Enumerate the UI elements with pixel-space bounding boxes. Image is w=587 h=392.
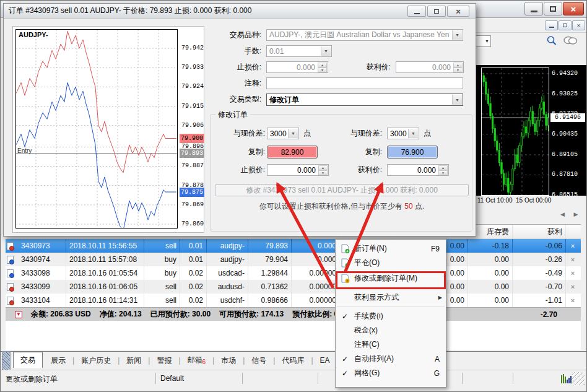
trade-type-value: 修改订单 <box>269 95 299 105</box>
menu-item-comments[interactable]: 注释(C) <box>336 338 446 352</box>
menu-item-taxes[interactable]: 税金(x) <box>336 323 446 338</box>
panel-gripper[interactable] <box>2 351 11 372</box>
main-maximize-button[interactable] <box>544 2 562 15</box>
equity-value: 净值: 204.13 <box>100 309 142 320</box>
tab-account-history[interactable]: 账户历史 <box>74 355 118 366</box>
sl-diff-combobox[interactable]: 3000 ▼ <box>267 128 299 139</box>
close-order-icon[interactable]: × <box>566 239 580 253</box>
modify-sl-field[interactable]: 0.000 ▲▼ <box>267 164 329 176</box>
order-commission: 0.00 <box>446 266 468 280</box>
main-minimize-button[interactable] <box>524 2 543 15</box>
volume-label: 手数: <box>212 45 261 57</box>
tab-signals[interactable]: 信号 <box>245 355 273 366</box>
tab-news[interactable]: 新闻 <box>120 355 148 366</box>
candlestick-series <box>482 68 549 195</box>
volume-combobox[interactable]: 0.01 ▼ <box>266 45 332 57</box>
spinner-buttons[interactable]: ▲▼ <box>453 63 463 72</box>
copy-buy-price-button[interactable]: 76.900 <box>387 146 438 159</box>
sell-order-icon <box>7 283 14 291</box>
close-order-icon[interactable]: × <box>566 280 580 294</box>
spinner-buttons[interactable]: ▲▼ <box>318 165 328 175</box>
sl-diff-value: 3000 <box>270 129 287 138</box>
tab-market[interactable]: 市场 <box>214 355 243 366</box>
order-type: buy <box>144 253 180 266</box>
table-row[interactable]: 3433104 2018.10.16 01:14:31 sell 0.02 us… <box>6 294 581 307</box>
order-time: 2018.10.11 15:57:08 <box>66 253 144 266</box>
chart-scroll-arrows[interactable]: ◀ ▶ <box>560 211 581 217</box>
status-divider <box>155 373 156 384</box>
symbol-label: 交易品种: <box>212 29 261 41</box>
menu-item-profit-display[interactable]: 获利显示方式 ▶ <box>336 290 446 305</box>
tab-trade[interactable]: 交易 <box>13 352 43 368</box>
tp-diff-combobox[interactable]: 3000 ▼ <box>387 128 419 139</box>
checkmark-icon: ✓ <box>342 312 348 321</box>
spinner-buttons[interactable]: ▲▼ <box>318 63 327 72</box>
menu-item-close-position[interactable]: 平仓(O) <box>336 256 446 270</box>
chart-minimize-button[interactable] <box>545 20 558 30</box>
current-price-badge: 6.91496 <box>550 113 585 122</box>
price-tick: 79.924 <box>181 83 204 90</box>
close-order-icon[interactable]: × <box>566 253 580 266</box>
modify-tp-field[interactable]: 0.000 ▲▼ <box>387 164 449 176</box>
modify-sl-value: 0.000 <box>297 166 316 175</box>
new-order-icon <box>336 244 354 253</box>
total-profit-value: -2.70 <box>541 310 557 319</box>
spin-down-icon: ▼ <box>318 170 328 175</box>
take-profit-field[interactable]: 0.000 ▲▼ <box>396 61 464 73</box>
table-row[interactable]: 3430974 2018.10.11 15:57:08 buy 0.01 aud… <box>6 253 581 266</box>
symbol-combobox[interactable]: AUDJPY-, 澳元日圆 Australian Dollar vs Japan… <box>266 29 463 41</box>
tab-mailbox[interactable]: 邮箱6 <box>181 355 213 365</box>
menu-item-label: 网格(G) <box>354 368 446 378</box>
chat-tool-button[interactable] <box>563 34 578 47</box>
dialog-minimize-button[interactable] <box>407 6 426 17</box>
trade-type-combobox[interactable]: 修改订单 ▼ <box>266 94 463 106</box>
tab-alerts[interactable]: 警报 <box>150 355 178 366</box>
chevron-down-icon: ▼ <box>485 39 489 43</box>
dialog-titlebar[interactable]: 订单 #3430973 sell 0.01 AUDJPY- 于价格: 79.89… <box>4 4 476 19</box>
menu-shortcut: G <box>434 369 440 378</box>
background-candle-chart: 6.943206.930256.917306.904356.891056.878… <box>469 65 586 196</box>
orders-table: 库存费 获利 3430973 2018.10.11 15:56:55 sell … <box>6 224 581 350</box>
menu-item-grid[interactable]: ✓ 网格(G) G <box>336 366 446 380</box>
chart-restore-button[interactable] <box>559 20 572 30</box>
table-row[interactable]: 3433099 2018.10.16 01:06:05 sell 0.02 au… <box>6 280 581 294</box>
menu-item-new-order[interactable]: 新订单(N) F9 <box>336 242 446 256</box>
menu-item-commissions[interactable]: ✓ 手续费(i) <box>336 309 446 323</box>
main-close-button[interactable]: × <box>563 2 584 15</box>
menu-item-label: 平仓(O) <box>354 258 446 268</box>
close-order-icon[interactable]: × <box>566 294 580 307</box>
zoom-tool-button[interactable] <box>544 34 559 47</box>
annotation-highlight-box <box>336 271 446 289</box>
table-row[interactable]: 3430973 2018.10.11 15:56:55 sell 0.01 au… <box>6 239 581 253</box>
take-profit-label: 获利价: <box>341 61 391 73</box>
stop-loss-field[interactable]: 0.000 ▲▼ <box>266 61 328 73</box>
resize-grip[interactable] <box>572 372 585 385</box>
checkmark-icon: ✓ <box>342 355 348 364</box>
free-margin-value: 可用预付款: 174.13 <box>219 309 284 320</box>
balance-row: ▼ 余额: 206.83 USD 净值: 204.13 已用预付款: 30.00… <box>6 307 581 321</box>
tab-code-base[interactable]: 代码库 <box>275 355 311 366</box>
chart-close-button[interactable]: × <box>572 20 585 30</box>
entry-line-label: Entry <box>17 147 32 154</box>
comment-input[interactable] <box>266 77 463 89</box>
dialog-close-button[interactable]: × <box>447 6 469 17</box>
copy-sell-price-button[interactable]: 82.900 <box>267 146 318 159</box>
close-order-icon[interactable]: × <box>566 266 580 280</box>
menu-separator <box>337 307 445 307</box>
header-profit[interactable]: 获利 <box>513 225 566 238</box>
tab-exposure[interactable]: 展示 <box>44 355 72 366</box>
order-id: 3430973 <box>18 239 66 253</box>
order-profit: -0.26 <box>513 253 566 266</box>
status-profile[interactable]: Default <box>160 374 184 383</box>
tab-ea[interactable]: EA <box>313 356 337 365</box>
table-row[interactable]: 3433098 2018.10.16 01:05:54 buy 0.02 usd… <box>6 266 581 280</box>
modify-tp-value: 0.000 <box>417 166 436 175</box>
minimize-icon <box>414 13 420 14</box>
close-position-icon <box>336 258 354 268</box>
price-tick: 6.87810 <box>552 171 585 178</box>
dialog-restore-button[interactable] <box>427 6 446 17</box>
menu-item-auto-arrange[interactable]: ✓ 自动排列(A) A <box>336 352 446 366</box>
modify-order-button[interactable]: 修改 #3430973 sell 0.01 AUDJPY- 止损: 0.000 … <box>215 184 469 196</box>
spinner-buttons[interactable]: ▲▼ <box>438 165 448 175</box>
modify-tp-label: 获利价: <box>330 164 382 176</box>
